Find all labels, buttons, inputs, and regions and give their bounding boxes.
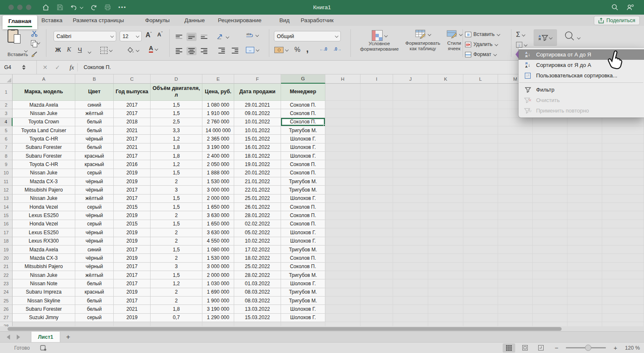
cell-J23[interactable]: [393, 279, 428, 288]
cell-P18[interactable]: [602, 237, 644, 246]
cell-H24[interactable]: [325, 288, 360, 297]
cell-A15[interactable]: Lexus ES250: [13, 211, 75, 220]
cell-F9[interactable]: 19.01.2022: [234, 160, 281, 169]
page-layout-view-button[interactable]: [519, 343, 531, 353]
row-header-3[interactable]: 3: [0, 109, 13, 118]
cell-D18[interactable]: 2: [151, 237, 202, 246]
row-header-27[interactable]: 27: [0, 314, 13, 322]
cell-K3[interactable]: [428, 109, 463, 118]
column-header-I[interactable]: I: [360, 74, 393, 84]
cell-F1[interactable]: Дата продажи: [234, 84, 281, 101]
cell-C4[interactable]: 2018: [114, 118, 151, 126]
cell-P13[interactable]: [602, 194, 644, 203]
cell-F11[interactable]: 21.01.2022: [234, 177, 281, 186]
cell-I9[interactable]: [360, 160, 393, 169]
cell-O7[interactable]: [567, 143, 602, 152]
cell-G9[interactable]: Соколов П.: [281, 160, 325, 169]
column-header-B[interactable]: B: [75, 74, 114, 84]
cell-N16[interactable]: [533, 220, 567, 228]
cell-G4[interactable]: Соколов П.: [281, 118, 325, 126]
cell-L20[interactable]: [463, 254, 498, 262]
decrease-indent-button[interactable]: [217, 48, 227, 54]
row-header-22[interactable]: 22: [0, 271, 13, 279]
home-icon[interactable]: [42, 4, 49, 11]
cell-K5[interactable]: [428, 126, 463, 135]
cell-G11[interactable]: Тригубов М.: [281, 177, 325, 186]
cell-A10[interactable]: Nissan Juke: [13, 169, 75, 177]
cell-E13[interactable]: 2 000 000: [202, 194, 234, 203]
cell-M28[interactable]: [498, 322, 533, 326]
cell-K12[interactable]: [428, 186, 463, 194]
cell-P23[interactable]: [602, 279, 644, 288]
cell-O22[interactable]: [567, 271, 602, 279]
cell-A4[interactable]: Toyota Crown: [13, 118, 75, 126]
cell-B12[interactable]: чёрный: [75, 186, 114, 194]
cell-C16[interactable]: 2015: [114, 220, 151, 228]
cell-H17[interactable]: [325, 228, 360, 237]
percent-style-button[interactable]: %: [294, 46, 300, 54]
copy-chevron-icon[interactable]: [37, 41, 40, 44]
cell-H1[interactable]: [325, 84, 360, 101]
cell-L13[interactable]: [463, 194, 498, 203]
row-header-2[interactable]: 2: [0, 101, 13, 109]
cell-F10[interactable]: 20.01.2022: [234, 169, 281, 177]
cell-I17[interactable]: [360, 228, 393, 237]
merge-chevron-icon[interactable]: [256, 49, 259, 51]
cell-K8[interactable]: [428, 152, 463, 160]
cell-C27[interactable]: 2019: [114, 314, 151, 322]
cell-J12[interactable]: [393, 186, 428, 194]
cell-I2[interactable]: [360, 101, 393, 109]
align-top-button[interactable]: [174, 33, 184, 41]
cell-G22[interactable]: Тригубов М.: [281, 271, 325, 279]
cell-D12[interactable]: 3: [151, 186, 202, 194]
cell-H10[interactable]: [325, 169, 360, 177]
cell-F12[interactable]: 22.01.2022: [234, 186, 281, 194]
merge-center-button[interactable]: ↔: [246, 47, 259, 53]
cell-J5[interactable]: [393, 126, 428, 135]
cell-N23[interactable]: [533, 279, 567, 288]
cell-C26[interactable]: 2021: [114, 305, 151, 313]
cell-N9[interactable]: [533, 160, 567, 169]
cell-C24[interactable]: 2019: [114, 288, 151, 297]
cell-I24[interactable]: [360, 288, 393, 297]
cell-G26[interactable]: Шолохов Г.: [281, 305, 325, 313]
cell-G12[interactable]: Тригубов М.: [281, 186, 325, 194]
cell-B11[interactable]: чёрный: [75, 177, 114, 186]
ribbon-tab-1[interactable]: Вставка: [40, 15, 64, 26]
cell-M16[interactable]: [498, 220, 533, 228]
cell-M22[interactable]: [498, 271, 533, 279]
cell-B28[interactable]: [75, 322, 114, 326]
cell-F21[interactable]: 25.02.2022: [234, 263, 281, 271]
cell-A13[interactable]: Nissan Juke: [13, 194, 75, 203]
cell-C13[interactable]: 2017: [114, 194, 151, 203]
cell-O28[interactable]: [567, 322, 602, 326]
cell-D22[interactable]: 1,5: [151, 271, 202, 279]
cut-button[interactable]: [31, 30, 38, 38]
cell-K28[interactable]: [428, 322, 463, 326]
cell-P24[interactable]: [602, 288, 644, 297]
row-header-18[interactable]: 18: [0, 237, 13, 246]
cell-B27[interactable]: серый: [75, 314, 114, 322]
decrease-decimal-button[interactable]: .0→: [334, 47, 341, 51]
cell-M25[interactable]: [498, 297, 533, 305]
row-header-28[interactable]: 28: [0, 322, 13, 326]
cell-G19[interactable]: Тригубов М.: [281, 246, 325, 254]
cell-B24[interactable]: красный: [75, 288, 114, 297]
cell-K22[interactable]: [428, 271, 463, 279]
cell-O4[interactable]: [567, 118, 602, 126]
increase-font-button[interactable]: Aˆ: [146, 31, 152, 39]
cell-P19[interactable]: [602, 246, 644, 254]
cell-B1[interactable]: Цвет: [75, 84, 114, 101]
cell-L15[interactable]: [463, 211, 498, 220]
cell-N4[interactable]: [533, 118, 567, 126]
cell-H27[interactable]: [325, 314, 360, 322]
cell-M27[interactable]: [498, 314, 533, 322]
cell-F13[interactable]: 25.01.2022: [234, 194, 281, 203]
find-select-button[interactable]: [565, 31, 580, 41]
cell-L23[interactable]: [463, 279, 498, 288]
cell-F3[interactable]: 09.01.2022: [234, 109, 281, 118]
zoom-out-button[interactable]: −: [555, 344, 558, 351]
cell-H13[interactable]: [325, 194, 360, 203]
accounting-chevron-icon[interactable]: [285, 49, 288, 51]
cell-J17[interactable]: [393, 228, 428, 237]
